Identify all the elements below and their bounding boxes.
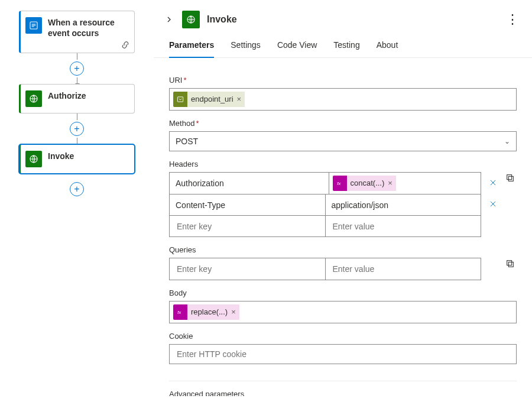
advanced-label: Advanced parameters	[169, 390, 517, 396]
uri-input[interactable]: endpoint_uri ×	[169, 88, 517, 111]
method-label: Method*	[169, 119, 517, 128]
token-replace[interactable]: fx replace(...) ×	[173, 304, 239, 320]
http-action-icon	[25, 151, 42, 167]
remove-token-button[interactable]: ×	[237, 92, 245, 107]
svg-rect-12	[507, 261, 512, 265]
tab-parameters[interactable]: Parameters	[169, 40, 214, 58]
headers-editor: Authorization fx concat(...) ×	[169, 172, 517, 237]
variable-icon	[173, 92, 187, 107]
remove-token-button[interactable]: ×	[231, 304, 239, 320]
query-value-input[interactable]	[325, 258, 481, 280]
action-panel: Invoke ⋮ Parameters Settings Code View T…	[154, 0, 532, 402]
queries-editor	[169, 258, 517, 280]
method-select[interactable]: POST ⌄	[169, 131, 517, 151]
svg-rect-4	[177, 97, 183, 102]
header-row-new	[170, 215, 481, 236]
body-label: Body	[169, 288, 517, 297]
section-divider	[169, 381, 517, 381]
queries-label: Queries	[169, 245, 517, 254]
flow-trigger-title: When a resource event occurs	[48, 17, 128, 38]
headers-label: Headers	[169, 160, 517, 168]
azure-eventgrid-icon	[25, 17, 42, 34]
parameters-form: URI* endpoint_uri × Method* POST ⌄ Heade…	[154, 58, 532, 396]
token-endpoint-uri[interactable]: endpoint_uri ×	[173, 92, 245, 107]
panel-tabs: Parameters Settings Code View Testing Ab…	[154, 34, 532, 58]
svg-rect-11	[508, 176, 513, 181]
header-value-input[interactable]	[325, 216, 481, 236]
add-step-button[interactable]: +	[70, 182, 84, 196]
body-input[interactable]: fx replace(...) ×	[169, 301, 517, 323]
remove-token-button[interactable]: ×	[388, 176, 396, 191]
query-key-input[interactable]	[170, 258, 325, 280]
tab-testing[interactable]: Testing	[333, 40, 359, 58]
panel-header: Invoke ⋮	[154, 11, 532, 34]
flow-step-authorize[interactable]: Authorize	[19, 84, 135, 114]
cookie-input[interactable]	[169, 344, 517, 364]
svg-rect-10	[507, 175, 512, 180]
connection-icon	[121, 41, 129, 49]
header-key-input[interactable]	[170, 216, 325, 236]
tab-about[interactable]: About	[377, 40, 398, 58]
header-row-actions	[481, 172, 501, 237]
header-value[interactable]: fx concat(...) ×	[329, 173, 481, 194]
chevron-down-icon: ⌄	[504, 137, 510, 145]
tab-settings[interactable]: Settings	[231, 40, 261, 58]
header-value[interactable]: application/json	[325, 194, 481, 215]
uri-label: URI*	[169, 76, 517, 85]
delete-row-button[interactable]	[488, 193, 498, 215]
flow-step-title: Invoke	[48, 151, 74, 161]
collapse-panel-button[interactable]	[164, 15, 174, 24]
fx-icon: fx	[173, 304, 187, 320]
panel-title: Invoke	[207, 14, 506, 25]
token-concat[interactable]: fx concat(...) ×	[333, 176, 396, 191]
add-step-button[interactable]: +	[70, 61, 84, 76]
fx-icon: fx	[333, 176, 347, 191]
flow-trigger-card[interactable]: When a resource event occurs	[19, 11, 135, 53]
svg-text:fx: fx	[177, 310, 181, 315]
header-row: Authorization fx concat(...) ×	[170, 173, 481, 194]
bulk-edit-button[interactable]	[504, 258, 517, 270]
header-row: Content-Type application/json	[170, 194, 481, 215]
header-key[interactable]: Authorization	[170, 173, 329, 194]
flow-step-title: Authorize	[48, 90, 86, 101]
flow-step-invoke[interactable]: Invoke	[19, 144, 135, 174]
header-key[interactable]: Content-Type	[170, 194, 325, 215]
flow-designer: When a resource event occurs + Authorize…	[0, 0, 154, 402]
http-action-icon	[182, 11, 200, 28]
svg-rect-13	[508, 262, 513, 267]
query-row-new	[170, 258, 481, 280]
http-action-icon	[25, 90, 42, 107]
svg-text:fx: fx	[337, 181, 341, 186]
tab-code-view[interactable]: Code View	[277, 40, 317, 58]
add-step-button[interactable]: +	[70, 122, 84, 136]
more-menu-button[interactable]: ⋮	[506, 13, 520, 26]
cookie-label: Cookie	[169, 332, 517, 341]
delete-row-button[interactable]	[488, 172, 498, 193]
bulk-edit-button[interactable]	[504, 172, 517, 184]
